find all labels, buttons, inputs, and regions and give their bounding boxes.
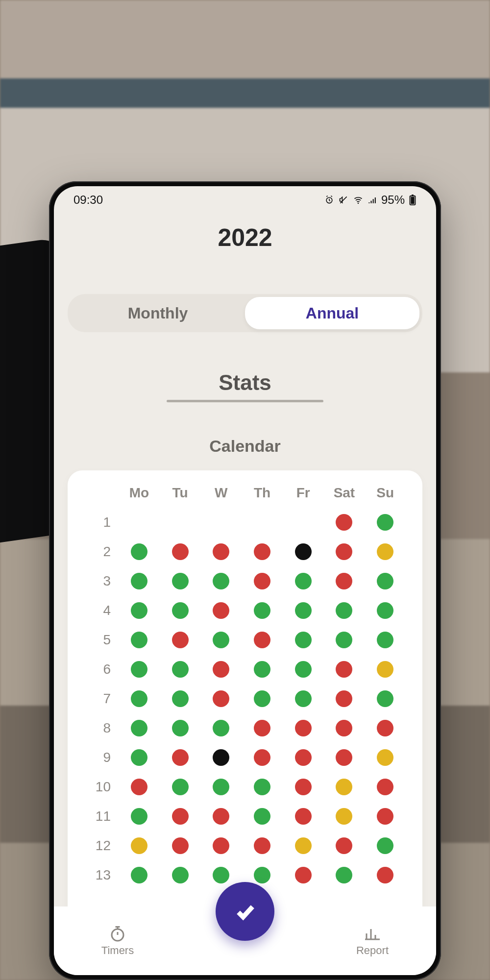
calendar-day-cell[interactable] bbox=[242, 690, 283, 707]
calendar-day-cell[interactable] bbox=[365, 779, 406, 795]
calendar-day-cell[interactable] bbox=[283, 602, 324, 619]
calendar-day-cell[interactable] bbox=[365, 808, 406, 825]
calendar-day-cell[interactable] bbox=[160, 720, 201, 736]
calendar-day-cell[interactable] bbox=[365, 602, 406, 619]
section-title-calendar[interactable]: Calendar bbox=[54, 437, 436, 456]
calendar-day-cell[interactable] bbox=[160, 867, 201, 883]
calendar-day-cell[interactable] bbox=[365, 749, 406, 766]
calendar-day-cell[interactable] bbox=[200, 602, 242, 619]
nav-timers[interactable]: Timers bbox=[54, 925, 181, 957]
calendar-dot bbox=[213, 661, 229, 678]
calendar-day-cell[interactable] bbox=[365, 720, 406, 736]
calendar-day-cell[interactable] bbox=[200, 749, 242, 766]
calendar-day-cell[interactable] bbox=[283, 661, 324, 678]
calendar-day-cell[interactable] bbox=[324, 779, 365, 795]
calendar-dot bbox=[254, 543, 270, 560]
calendar-day-cell[interactable] bbox=[324, 573, 365, 589]
calendar-day-cell[interactable] bbox=[324, 514, 365, 531]
calendar-day-cell[interactable] bbox=[200, 543, 242, 560]
calendar-day-cell[interactable] bbox=[324, 749, 365, 766]
calendar-day-cell[interactable] bbox=[119, 749, 160, 766]
calendar-day-cell[interactable] bbox=[365, 514, 406, 531]
calendar-day-cell[interactable] bbox=[160, 573, 201, 589]
calendar-day-cell[interactable] bbox=[365, 690, 406, 707]
calendar-day-cell[interactable] bbox=[242, 867, 283, 883]
calendar-day-cell[interactable] bbox=[160, 690, 201, 707]
calendar-day-cell[interactable] bbox=[283, 779, 324, 795]
calendar-day-cell[interactable] bbox=[119, 867, 160, 883]
calendar-day-cell[interactable] bbox=[160, 661, 201, 678]
calendar-day-cell[interactable] bbox=[242, 779, 283, 795]
calendar-day-cell[interactable] bbox=[200, 867, 242, 883]
calendar-day-cell[interactable] bbox=[160, 543, 201, 560]
calendar-day-cell[interactable] bbox=[160, 808, 201, 825]
calendar-day-cell[interactable] bbox=[283, 867, 324, 883]
calendar-day-cell[interactable] bbox=[160, 749, 201, 766]
calendar-day-cell[interactable] bbox=[242, 720, 283, 736]
calendar-day-cell[interactable] bbox=[283, 720, 324, 736]
calendar-day-cell[interactable] bbox=[160, 602, 201, 619]
calendar-day-cell[interactable] bbox=[119, 543, 160, 560]
calendar-day-cell[interactable] bbox=[324, 602, 365, 619]
calendar-day-cell[interactable] bbox=[200, 573, 242, 589]
calendar-day-cell[interactable] bbox=[242, 543, 283, 560]
calendar-day-cell[interactable] bbox=[324, 690, 365, 707]
calendar-day-cell[interactable] bbox=[324, 867, 365, 883]
calendar-day-cell[interactable] bbox=[119, 720, 160, 736]
calendar-dot bbox=[336, 779, 352, 795]
calendar-day-cell[interactable] bbox=[283, 837, 324, 854]
calendar-day-cell[interactable] bbox=[365, 661, 406, 678]
calendar-week-number: 8 bbox=[84, 720, 119, 736]
calendar-day-cell[interactable] bbox=[242, 602, 283, 619]
calendar-day-cell[interactable] bbox=[365, 543, 406, 560]
calendar-day-cell[interactable] bbox=[283, 808, 324, 825]
calendar-day-cell[interactable] bbox=[283, 690, 324, 707]
calendar-day-cell[interactable] bbox=[160, 779, 201, 795]
tab-annual[interactable]: Annual bbox=[245, 297, 419, 329]
calendar-day-cell[interactable] bbox=[119, 661, 160, 678]
calendar-day-cell[interactable] bbox=[200, 837, 242, 854]
calendar-day-cell[interactable] bbox=[283, 543, 324, 560]
calendar-day-cell[interactable] bbox=[119, 837, 160, 854]
calendar-day-cell[interactable] bbox=[283, 573, 324, 589]
calendar-day-cell[interactable] bbox=[119, 573, 160, 589]
calendar-day-cell[interactable] bbox=[365, 632, 406, 648]
calendar-day-cell[interactable] bbox=[283, 632, 324, 648]
calendar-day-cell[interactable] bbox=[242, 632, 283, 648]
calendar-day-cell[interactable] bbox=[324, 808, 365, 825]
calendar-day-cell[interactable] bbox=[242, 661, 283, 678]
fab-confirm-button[interactable] bbox=[216, 882, 274, 941]
calendar-day-cell[interactable] bbox=[119, 779, 160, 795]
calendar-dot bbox=[131, 867, 147, 883]
calendar-day-cell[interactable] bbox=[200, 632, 242, 648]
calendar-day-cell[interactable] bbox=[242, 749, 283, 766]
calendar-day-cell[interactable] bbox=[160, 632, 201, 648]
calendar-day-cell[interactable] bbox=[119, 602, 160, 619]
calendar-day-cell[interactable] bbox=[365, 837, 406, 854]
calendar-day-cell[interactable] bbox=[200, 690, 242, 707]
calendar-day-cell[interactable] bbox=[365, 867, 406, 883]
calendar-day-cell[interactable] bbox=[242, 573, 283, 589]
calendar-day-cell[interactable] bbox=[324, 720, 365, 736]
calendar-day-cell[interactable] bbox=[242, 837, 283, 854]
calendar-day-cell[interactable] bbox=[283, 749, 324, 766]
calendar-dot bbox=[172, 661, 189, 678]
calendar-day-cell[interactable] bbox=[242, 808, 283, 825]
calendar-day-cell[interactable] bbox=[160, 837, 201, 854]
calendar-day-cell[interactable] bbox=[324, 632, 365, 648]
calendar-dot bbox=[377, 749, 393, 766]
calendar-day-cell[interactable] bbox=[200, 808, 242, 825]
nav-report[interactable]: Report bbox=[309, 925, 436, 957]
calendar-day-cell[interactable] bbox=[200, 720, 242, 736]
section-title-stats[interactable]: Stats bbox=[54, 370, 436, 395]
calendar-day-cell[interactable] bbox=[324, 661, 365, 678]
tab-monthly[interactable]: Monthly bbox=[71, 297, 245, 329]
calendar-day-cell[interactable] bbox=[119, 632, 160, 648]
calendar-day-cell[interactable] bbox=[324, 543, 365, 560]
calendar-day-cell[interactable] bbox=[200, 661, 242, 678]
calendar-day-cell[interactable] bbox=[324, 837, 365, 854]
calendar-day-cell[interactable] bbox=[365, 573, 406, 589]
calendar-day-cell[interactable] bbox=[119, 808, 160, 825]
calendar-day-cell[interactable] bbox=[200, 779, 242, 795]
calendar-day-cell[interactable] bbox=[119, 690, 160, 707]
